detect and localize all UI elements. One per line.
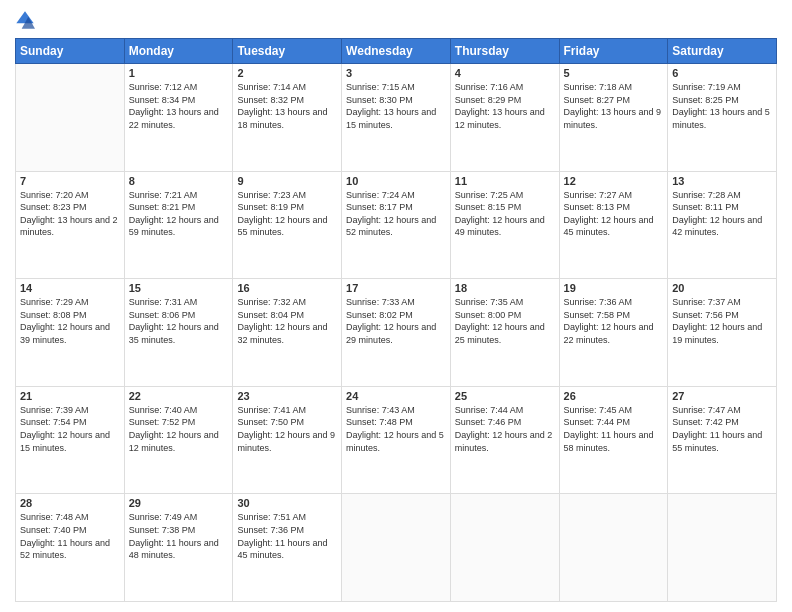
calendar-cell: 11Sunrise: 7:25 AM Sunset: 8:15 PM Dayli… [450,171,559,279]
calendar-cell [16,64,125,172]
header [15,10,777,30]
week-row-1: 7Sunrise: 7:20 AM Sunset: 8:23 PM Daylig… [16,171,777,279]
day-info: Sunrise: 7:45 AM Sunset: 7:44 PM Dayligh… [564,404,664,454]
day-number: 25 [455,390,555,402]
day-info: Sunrise: 7:29 AM Sunset: 8:08 PM Dayligh… [20,296,120,346]
calendar-cell: 27Sunrise: 7:47 AM Sunset: 7:42 PM Dayli… [668,386,777,494]
day-info: Sunrise: 7:28 AM Sunset: 8:11 PM Dayligh… [672,189,772,239]
calendar-cell: 23Sunrise: 7:41 AM Sunset: 7:50 PM Dayli… [233,386,342,494]
day-number: 14 [20,282,120,294]
day-info: Sunrise: 7:39 AM Sunset: 7:54 PM Dayligh… [20,404,120,454]
calendar-cell: 28Sunrise: 7:48 AM Sunset: 7:40 PM Dayli… [16,494,125,602]
day-info: Sunrise: 7:41 AM Sunset: 7:50 PM Dayligh… [237,404,337,454]
calendar-cell: 26Sunrise: 7:45 AM Sunset: 7:44 PM Dayli… [559,386,668,494]
logo-icon [15,10,35,30]
calendar-cell: 9Sunrise: 7:23 AM Sunset: 8:19 PM Daylig… [233,171,342,279]
day-info: Sunrise: 7:12 AM Sunset: 8:34 PM Dayligh… [129,81,229,131]
calendar-cell: 19Sunrise: 7:36 AM Sunset: 7:58 PM Dayli… [559,279,668,387]
calendar-cell: 17Sunrise: 7:33 AM Sunset: 8:02 PM Dayli… [342,279,451,387]
day-number: 17 [346,282,446,294]
week-row-4: 28Sunrise: 7:48 AM Sunset: 7:40 PM Dayli… [16,494,777,602]
day-info: Sunrise: 7:33 AM Sunset: 8:02 PM Dayligh… [346,296,446,346]
day-number: 20 [672,282,772,294]
day-info: Sunrise: 7:16 AM Sunset: 8:29 PM Dayligh… [455,81,555,131]
calendar-cell: 20Sunrise: 7:37 AM Sunset: 7:56 PM Dayli… [668,279,777,387]
day-number: 28 [20,497,120,509]
day-info: Sunrise: 7:20 AM Sunset: 8:23 PM Dayligh… [20,189,120,239]
calendar-cell: 30Sunrise: 7:51 AM Sunset: 7:36 PM Dayli… [233,494,342,602]
calendar-cell: 1Sunrise: 7:12 AM Sunset: 8:34 PM Daylig… [124,64,233,172]
day-number: 13 [672,175,772,187]
week-row-2: 14Sunrise: 7:29 AM Sunset: 8:08 PM Dayli… [16,279,777,387]
day-number: 26 [564,390,664,402]
day-number: 23 [237,390,337,402]
calendar-cell: 5Sunrise: 7:18 AM Sunset: 8:27 PM Daylig… [559,64,668,172]
weekday-header-row: SundayMondayTuesdayWednesdayThursdayFrid… [16,39,777,64]
day-info: Sunrise: 7:31 AM Sunset: 8:06 PM Dayligh… [129,296,229,346]
day-number: 10 [346,175,446,187]
day-info: Sunrise: 7:49 AM Sunset: 7:38 PM Dayligh… [129,511,229,561]
day-number: 2 [237,67,337,79]
calendar-cell: 18Sunrise: 7:35 AM Sunset: 8:00 PM Dayli… [450,279,559,387]
day-info: Sunrise: 7:21 AM Sunset: 8:21 PM Dayligh… [129,189,229,239]
day-number: 12 [564,175,664,187]
day-number: 22 [129,390,229,402]
day-number: 8 [129,175,229,187]
weekday-header-thursday: Thursday [450,39,559,64]
day-info: Sunrise: 7:36 AM Sunset: 7:58 PM Dayligh… [564,296,664,346]
day-info: Sunrise: 7:32 AM Sunset: 8:04 PM Dayligh… [237,296,337,346]
calendar-cell: 3Sunrise: 7:15 AM Sunset: 8:30 PM Daylig… [342,64,451,172]
calendar-cell: 21Sunrise: 7:39 AM Sunset: 7:54 PM Dayli… [16,386,125,494]
svg-marker-0 [16,11,33,23]
day-number: 7 [20,175,120,187]
calendar-cell [668,494,777,602]
day-info: Sunrise: 7:35 AM Sunset: 8:00 PM Dayligh… [455,296,555,346]
day-info: Sunrise: 7:18 AM Sunset: 8:27 PM Dayligh… [564,81,664,131]
day-number: 18 [455,282,555,294]
day-number: 19 [564,282,664,294]
day-info: Sunrise: 7:14 AM Sunset: 8:32 PM Dayligh… [237,81,337,131]
calendar-cell: 25Sunrise: 7:44 AM Sunset: 7:46 PM Dayli… [450,386,559,494]
calendar-cell [450,494,559,602]
day-info: Sunrise: 7:25 AM Sunset: 8:15 PM Dayligh… [455,189,555,239]
day-info: Sunrise: 7:44 AM Sunset: 7:46 PM Dayligh… [455,404,555,454]
calendar-cell: 14Sunrise: 7:29 AM Sunset: 8:08 PM Dayli… [16,279,125,387]
day-info: Sunrise: 7:37 AM Sunset: 7:56 PM Dayligh… [672,296,772,346]
calendar: SundayMondayTuesdayWednesdayThursdayFrid… [15,38,777,602]
day-number: 30 [237,497,337,509]
page: SundayMondayTuesdayWednesdayThursdayFrid… [0,0,792,612]
calendar-cell: 12Sunrise: 7:27 AM Sunset: 8:13 PM Dayli… [559,171,668,279]
day-info: Sunrise: 7:40 AM Sunset: 7:52 PM Dayligh… [129,404,229,454]
day-number: 4 [455,67,555,79]
day-info: Sunrise: 7:15 AM Sunset: 8:30 PM Dayligh… [346,81,446,131]
day-info: Sunrise: 7:43 AM Sunset: 7:48 PM Dayligh… [346,404,446,454]
calendar-cell: 7Sunrise: 7:20 AM Sunset: 8:23 PM Daylig… [16,171,125,279]
calendar-cell: 29Sunrise: 7:49 AM Sunset: 7:38 PM Dayli… [124,494,233,602]
day-info: Sunrise: 7:27 AM Sunset: 8:13 PM Dayligh… [564,189,664,239]
calendar-cell: 22Sunrise: 7:40 AM Sunset: 7:52 PM Dayli… [124,386,233,494]
day-info: Sunrise: 7:24 AM Sunset: 8:17 PM Dayligh… [346,189,446,239]
day-number: 21 [20,390,120,402]
calendar-cell [559,494,668,602]
logo [15,10,39,30]
day-info: Sunrise: 7:47 AM Sunset: 7:42 PM Dayligh… [672,404,772,454]
weekday-header-wednesday: Wednesday [342,39,451,64]
day-number: 24 [346,390,446,402]
calendar-cell: 4Sunrise: 7:16 AM Sunset: 8:29 PM Daylig… [450,64,559,172]
day-number: 27 [672,390,772,402]
weekday-header-sunday: Sunday [16,39,125,64]
day-number: 3 [346,67,446,79]
day-number: 9 [237,175,337,187]
calendar-cell [342,494,451,602]
day-number: 5 [564,67,664,79]
calendar-cell: 13Sunrise: 7:28 AM Sunset: 8:11 PM Dayli… [668,171,777,279]
day-info: Sunrise: 7:23 AM Sunset: 8:19 PM Dayligh… [237,189,337,239]
weekday-header-tuesday: Tuesday [233,39,342,64]
day-number: 6 [672,67,772,79]
day-info: Sunrise: 7:51 AM Sunset: 7:36 PM Dayligh… [237,511,337,561]
calendar-cell: 16Sunrise: 7:32 AM Sunset: 8:04 PM Dayli… [233,279,342,387]
week-row-0: 1Sunrise: 7:12 AM Sunset: 8:34 PM Daylig… [16,64,777,172]
day-number: 29 [129,497,229,509]
weekday-header-friday: Friday [559,39,668,64]
calendar-cell: 10Sunrise: 7:24 AM Sunset: 8:17 PM Dayli… [342,171,451,279]
